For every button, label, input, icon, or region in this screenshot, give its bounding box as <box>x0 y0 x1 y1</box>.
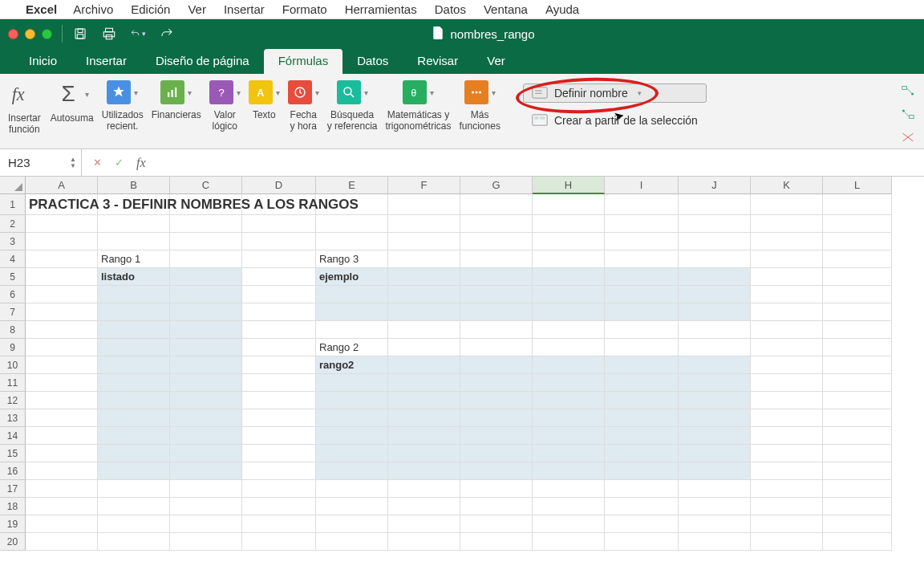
cell-L11[interactable] <box>823 374 892 392</box>
trace-precedents-icon[interactable] <box>902 85 914 99</box>
menu-formato[interactable]: Formato <box>282 2 327 16</box>
row-header-5[interactable]: 5 <box>0 268 26 286</box>
tab-ver[interactable]: Ver <box>472 49 520 74</box>
cell-J1[interactable] <box>679 194 751 215</box>
cell-L12[interactable] <box>823 392 892 409</box>
cell-D4[interactable] <box>242 250 316 268</box>
menu-ver[interactable]: Ver <box>188 2 206 16</box>
cell-D15[interactable] <box>242 445 316 462</box>
cell-D20[interactable] <box>242 533 316 551</box>
cell-K1[interactable] <box>751 194 823 215</box>
cell-G13[interactable] <box>460 409 533 427</box>
save-icon[interactable] <box>72 26 88 42</box>
cell-K3[interactable] <box>751 233 823 250</box>
redo-icon[interactable] <box>159 26 175 42</box>
cell-F17[interactable] <box>388 480 460 498</box>
cell-B12[interactable] <box>98 392 170 409</box>
cell-C9[interactable] <box>170 339 242 356</box>
cell-E20[interactable] <box>316 533 388 551</box>
row-header-19[interactable]: 19 <box>0 515 26 533</box>
cell-H13[interactable] <box>533 409 605 427</box>
cell-H18[interactable] <box>533 498 605 515</box>
cell-G9[interactable] <box>460 339 533 356</box>
cell-L3[interactable] <box>823 233 892 250</box>
cell-A10[interactable] <box>26 356 98 374</box>
cell-B2[interactable] <box>98 215 170 233</box>
cell-L13[interactable] <box>823 409 892 427</box>
cell-H12[interactable] <box>533 392 605 409</box>
cell-K7[interactable] <box>751 303 823 321</box>
logical-button[interactable]: ?▾ Valor lógico <box>209 80 241 144</box>
cell-L4[interactable] <box>823 250 892 268</box>
row-header-12[interactable]: 12 <box>0 392 26 409</box>
remove-arrows-icon[interactable] <box>902 132 914 145</box>
row-header-1[interactable]: 1 <box>0 194 26 215</box>
lookup-button[interactable]: ▾ Búsqueda y referencia <box>327 80 378 144</box>
cell-J18[interactable] <box>679 498 751 515</box>
cell-A13[interactable] <box>26 409 98 427</box>
cell-L20[interactable] <box>823 533 892 551</box>
tab-insertar[interactable]: Insertar <box>71 49 141 74</box>
cell-J3[interactable] <box>679 233 751 250</box>
cell-A14[interactable] <box>26 427 98 445</box>
cell-K10[interactable] <box>751 356 823 374</box>
cell-A8[interactable] <box>26 321 98 339</box>
cell-G17[interactable] <box>460 480 533 498</box>
zoom-window-button[interactable] <box>42 29 52 39</box>
cell-E8[interactable] <box>316 321 388 339</box>
menu-archivo[interactable]: Archivo <box>73 2 113 16</box>
cell-J4[interactable] <box>679 250 751 268</box>
cell-H6[interactable] <box>533 286 605 303</box>
cell-E17[interactable] <box>316 480 388 498</box>
cell-B15[interactable] <box>98 445 170 462</box>
row-header-9[interactable]: 9 <box>0 339 26 356</box>
cell-B8[interactable] <box>98 321 170 339</box>
row-header-3[interactable]: 3 <box>0 233 26 250</box>
col-header-I[interactable]: I <box>605 177 679 194</box>
cell-C19[interactable] <box>170 515 242 533</box>
cell-J13[interactable] <box>679 409 751 427</box>
cell-K2[interactable] <box>751 215 823 233</box>
cell-C14[interactable] <box>170 427 242 445</box>
cell-E18[interactable] <box>316 498 388 515</box>
cell-D13[interactable] <box>242 409 316 427</box>
menubar-app[interactable]: Excel <box>26 2 57 16</box>
menu-edicion[interactable]: Edición <box>131 2 170 16</box>
cell-B4[interactable]: Rango 1 <box>98 250 170 268</box>
cell-L15[interactable] <box>823 445 892 462</box>
cell-G15[interactable] <box>460 445 533 462</box>
financial-button[interactable]: ▾ Financieras <box>152 80 201 144</box>
cell-K20[interactable] <box>751 533 823 551</box>
cell-D19[interactable] <box>242 515 316 533</box>
cell-C15[interactable] <box>170 445 242 462</box>
cell-G10[interactable] <box>460 356 533 374</box>
name-box[interactable]: H23 ▲▼ <box>0 149 82 176</box>
cell-B17[interactable] <box>98 480 170 498</box>
cell-K17[interactable] <box>751 480 823 498</box>
cell-D18[interactable] <box>242 498 316 515</box>
cell-L5[interactable] <box>823 268 892 286</box>
cell-E11[interactable] <box>316 374 388 392</box>
cell-C5[interactable] <box>170 268 242 286</box>
cell-A3[interactable] <box>26 233 98 250</box>
cell-G4[interactable] <box>460 250 533 268</box>
tab-revisar[interactable]: Revisar <box>403 49 472 74</box>
tab-datos[interactable]: Datos <box>342 49 403 74</box>
cell-F2[interactable] <box>388 215 460 233</box>
cell-D17[interactable] <box>242 480 316 498</box>
cell-F18[interactable] <box>388 498 460 515</box>
cell-B9[interactable] <box>98 339 170 356</box>
col-header-F[interactable]: F <box>388 177 460 194</box>
cell-L16[interactable] <box>823 462 892 480</box>
tab-formulas[interactable]: Fórmulas <box>264 49 343 74</box>
cell-I19[interactable] <box>605 515 679 533</box>
cell-C8[interactable] <box>170 321 242 339</box>
cell-C11[interactable] <box>170 374 242 392</box>
text-button[interactable]: A▾ Texto <box>249 80 280 144</box>
cell-I14[interactable] <box>605 427 679 445</box>
row-header-8[interactable]: 8 <box>0 321 26 339</box>
cell-B7[interactable] <box>98 303 170 321</box>
cell-E4[interactable]: Rango 3 <box>316 250 388 268</box>
accept-formula-icon[interactable]: ✓ <box>115 157 124 169</box>
row-header-11[interactable]: 11 <box>0 374 26 392</box>
